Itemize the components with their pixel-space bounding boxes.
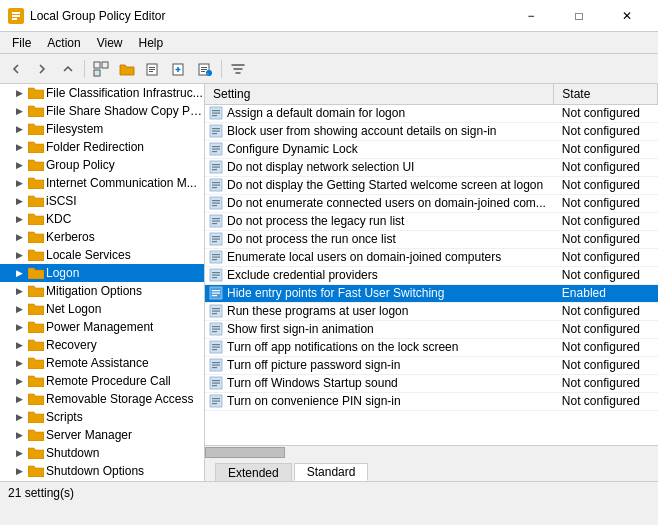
tree-item[interactable]: ▶File Classification Infrastruc... (0, 84, 204, 102)
table-row[interactable]: Run these programs at user logonNot conf… (205, 302, 658, 320)
toolbar: i (0, 54, 658, 84)
menu-file[interactable]: File (4, 34, 39, 52)
horizontal-scrollbar[interactable] (205, 445, 658, 459)
tab-standard[interactable]: Standard (294, 463, 369, 481)
setting-cell: Turn off app notifications on the lock s… (205, 338, 554, 356)
tree-item[interactable]: ▶Shutdown Options (0, 462, 204, 480)
tree-arrow-icon: ▶ (16, 196, 28, 206)
settings-table: Setting State Assign a default domain fo… (205, 84, 658, 411)
tree-item[interactable]: ▶Logon (0, 264, 204, 282)
folder-icon (28, 319, 44, 336)
tree-arrow-icon: ▶ (16, 394, 28, 404)
svg-rect-45 (212, 218, 220, 219)
folder-icon (28, 121, 44, 138)
up-button[interactable] (56, 58, 80, 80)
tree-item[interactable]: ▶Kerberos (0, 228, 204, 246)
window-controls: − □ ✕ (508, 6, 650, 26)
row-setting-icon (209, 304, 225, 318)
folder-button[interactable] (115, 58, 139, 80)
table-row[interactable]: Exclude credential providersNot configur… (205, 266, 658, 284)
back-button[interactable] (4, 58, 28, 80)
show-hide-button[interactable] (89, 58, 113, 80)
properties-button[interactable]: i (193, 58, 217, 80)
table-row[interactable]: Do not display the Getting Started welco… (205, 176, 658, 194)
tree-item[interactable]: ▶Mitigation Options (0, 282, 204, 300)
toolbar-separator-1 (84, 60, 85, 78)
setting-cell: Turn off picture password sign-in (205, 356, 554, 374)
tree-item[interactable]: ▶Internet Communication M... (0, 174, 204, 192)
setting-cell: Do not process the run once list (205, 230, 554, 248)
svg-rect-54 (212, 257, 220, 258)
tree-item[interactable]: ▶Scripts (0, 408, 204, 426)
menu-help[interactable]: Help (131, 34, 172, 52)
tree-arrow-icon: ▶ (16, 376, 28, 386)
table-row[interactable]: Show first sign-in animationNot configur… (205, 320, 658, 338)
row-setting-icon (209, 268, 225, 282)
tree-item[interactable]: ▶Recovery (0, 336, 204, 354)
tree-item[interactable]: ▶Removable Storage Access (0, 390, 204, 408)
tree-item[interactable]: ▶KDC (0, 210, 204, 228)
svg-rect-43 (212, 205, 217, 206)
row-setting-icon (209, 214, 225, 228)
minimize-button[interactable]: − (508, 6, 554, 26)
state-cell: Not configured (554, 158, 658, 176)
table-row[interactable]: Enumerate local users on domain-joined c… (205, 248, 658, 266)
tree-item[interactable]: ▶Remote Procedure Call (0, 372, 204, 390)
tree-item[interactable]: ▶Filesystem (0, 120, 204, 138)
state-cell: Not configured (554, 194, 658, 212)
svg-rect-65 (212, 308, 220, 309)
table-row[interactable]: Turn off picture password sign-inNot con… (205, 356, 658, 374)
menu-view[interactable]: View (89, 34, 131, 52)
tree-item[interactable]: ▶Power Management (0, 318, 204, 336)
table-row[interactable]: Do not display network selection UINot c… (205, 158, 658, 176)
table-row[interactable]: Turn off Windows Startup soundNot config… (205, 374, 658, 392)
tree-item[interactable]: ▶Locale Services (0, 246, 204, 264)
tree-item[interactable]: ▶Remote Assistance (0, 354, 204, 372)
forward-button[interactable] (30, 58, 54, 80)
tree-panel[interactable]: ▶File Classification Infrastruc...▶File … (0, 84, 205, 481)
table-row[interactable]: Block user from showing account details … (205, 122, 658, 140)
state-cell: Not configured (554, 320, 658, 338)
table-row[interactable]: Turn on convenience PIN sign-inNot confi… (205, 392, 658, 410)
table-row[interactable]: Hide entry points for Fast User Switchin… (205, 284, 658, 302)
app-icon (8, 8, 24, 24)
filter-button[interactable] (226, 58, 250, 80)
table-container[interactable]: Setting State Assign a default domain fo… (205, 84, 658, 445)
row-setting-icon (209, 232, 225, 246)
folder-icon (28, 157, 44, 174)
row-setting-icon (209, 322, 225, 336)
folder-icon (28, 355, 44, 372)
table-row[interactable]: Do not process the run once listNot conf… (205, 230, 658, 248)
table-row[interactable]: Configure Dynamic LockNot configured (205, 140, 658, 158)
svg-rect-87 (212, 403, 217, 404)
tree-arrow-icon: ▶ (16, 250, 28, 260)
folder-icon (28, 85, 44, 102)
state-cell: Not configured (554, 266, 658, 284)
menu-action[interactable]: Action (39, 34, 88, 52)
svg-rect-49 (212, 236, 220, 237)
tree-item[interactable]: ▶iSCSI (0, 192, 204, 210)
svg-rect-22 (212, 113, 220, 114)
table-row[interactable]: Assign a default domain for logonNot con… (205, 104, 658, 122)
hscroll-track (205, 446, 658, 460)
state-cell: Not configured (554, 176, 658, 194)
open-button[interactable] (141, 58, 165, 80)
tabs-bar: ExtendedStandard (205, 459, 658, 481)
tree-item-label: Net Logon (46, 302, 101, 316)
close-button[interactable]: ✕ (604, 6, 650, 26)
hscroll-thumb (205, 447, 285, 458)
table-row[interactable]: Turn off app notifications on the lock s… (205, 338, 658, 356)
tree-item[interactable]: ▶Server Manager (0, 426, 204, 444)
tree-item[interactable]: ▶Folder Redirection (0, 138, 204, 156)
tree-item[interactable]: ▶Net Logon (0, 300, 204, 318)
folder-icon (28, 211, 44, 228)
tree-item[interactable]: ▶Shutdown (0, 444, 204, 462)
table-row[interactable]: Do not process the legacy run listNot co… (205, 212, 658, 230)
tab-extended[interactable]: Extended (215, 463, 292, 481)
maximize-button[interactable]: □ (556, 6, 602, 26)
tree-item[interactable]: ▶Group Policy (0, 156, 204, 174)
tree-item-label: File Share Shadow Copy Pro... (46, 104, 204, 118)
table-row[interactable]: Do not enumerate connected users on doma… (205, 194, 658, 212)
new-button[interactable] (167, 58, 191, 80)
tree-item[interactable]: ▶File Share Shadow Copy Pro... (0, 102, 204, 120)
